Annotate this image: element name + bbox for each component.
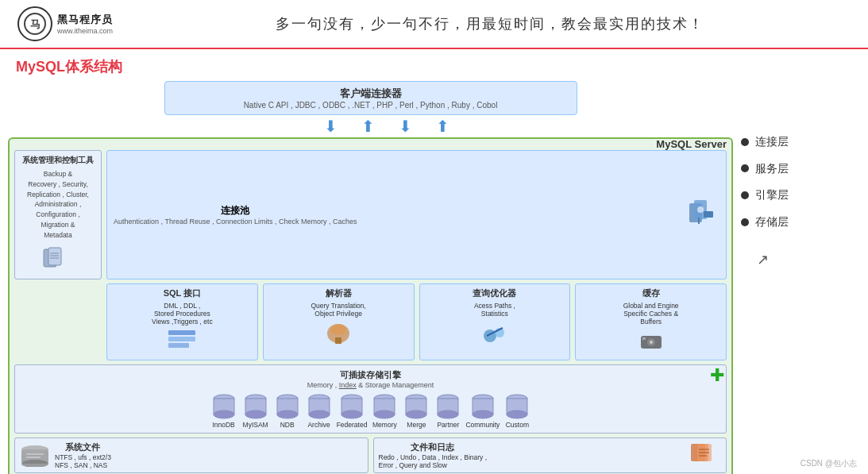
svg-point-51: [473, 410, 493, 418]
arrow-up-1: ⬆: [361, 118, 375, 134]
engine-partner: Partner: [434, 392, 462, 429]
optimizer-sub: Acess Paths , Statistics: [424, 302, 566, 318]
engine-label-partner: Partner: [437, 421, 459, 429]
engine-merge: Merge: [402, 392, 430, 429]
svg-point-33: [277, 410, 298, 418]
engine-innodb: InnoDB: [210, 392, 238, 429]
bullet-label-1: 服务层: [755, 156, 789, 183]
cache-title: 缓存: [580, 287, 722, 299]
filelog-box: 文件和日志 Redo , Undo , Data , Index , Binar…: [373, 437, 727, 473]
cache-icon: [580, 329, 722, 356]
sql-icon: [111, 329, 253, 356]
sys-tools-content: Backup &Recovery , Security,Replication …: [19, 169, 97, 240]
svg-point-30: [245, 410, 266, 418]
svg-rect-10: [704, 211, 713, 218]
parser-title: 解析器: [268, 287, 410, 299]
sys-tools-icon: [19, 246, 97, 275]
conn-pool-box: 连接池 Authentication , Thread Reuse , Conn…: [106, 150, 727, 279]
header: 马 黑马程序员 www.itheima.com 多一句没有，少一句不行，用最短时…: [0, 0, 868, 49]
parser-box: 解析器 Query Translation, Object Privilege: [263, 283, 415, 360]
storage-index: Index: [339, 381, 357, 389]
parser-icon: [268, 322, 410, 350]
bullet-label-2: 引擎层: [755, 182, 789, 209]
bullet-dot-1: [741, 164, 749, 172]
engine-label-ndb: NDB: [280, 421, 295, 429]
svg-point-23: [650, 341, 653, 344]
bullets-panel: 连接层 服务层 引擎层 存储层 ↗: [741, 81, 860, 474]
engine-archive: Archive: [305, 392, 334, 429]
filelog-icon: [689, 442, 721, 469]
svg-rect-13: [168, 337, 195, 341]
svg-text:马: 马: [29, 18, 40, 30]
conn-pool-sub: Authentication , Thread Reuse , Connecti…: [114, 218, 357, 225]
engine-ndb: NDB: [273, 392, 302, 429]
svg-point-54: [507, 410, 527, 418]
svg-point-48: [438, 410, 458, 418]
arrows-row: ⬇ ⬆ ⬇ ⬆: [8, 118, 733, 134]
engine-myisam: MyISAM: [241, 392, 270, 429]
plus-icon: ✚: [710, 365, 724, 386]
header-slogan: 多一句没有，少一句不行，用最短时间，教会最实用的技术！: [121, 14, 858, 33]
logo-icon: 马: [17, 6, 52, 41]
svg-rect-17: [335, 337, 341, 344]
engine-custom: Custom: [503, 392, 531, 429]
svg-point-56: [21, 445, 48, 453]
bullet-item-3: 存储层: [741, 209, 860, 236]
engine-label-innodb: InnoDB: [212, 421, 234, 429]
engine-memory: Memory: [370, 392, 399, 429]
conn-pool-title: 连接池: [114, 204, 357, 218]
client-sub: Native C API , JDBC , ODBC , .NET , PHP …: [173, 101, 569, 110]
parser-sub: Query Translation, Object Privilege: [268, 302, 410, 318]
bullet-dot-3: [741, 218, 749, 226]
sysfiles-row: 系统文件 NTFS , ufs , ext2/3 NFS , SAN , NAS…: [14, 437, 727, 473]
storage-engines-box: 可插拔存储引擎 Memory , Index & Storage Managem…: [14, 364, 727, 434]
main-content: 客户端连接器 Native C API , JDBC , ODBC , .NET…: [0, 81, 868, 474]
engine-label-myisam: MyISAM: [243, 421, 268, 429]
svg-point-16: [330, 324, 346, 335]
bullet-item-1: 服务层: [741, 156, 860, 183]
filelog-title: 文件和日志: [379, 441, 488, 453]
diagram-area: 客户端连接器 Native C API , JDBC , ODBC , .NET…: [8, 81, 733, 474]
sql-sub: DML , DDL , Stored Procedures Views ,Tri…: [111, 302, 253, 326]
svg-point-45: [406, 410, 426, 418]
engine-label-archive: Archive: [307, 421, 330, 429]
bullet-label-3: 存储层: [755, 209, 789, 236]
sysfiles-box: 系统文件 NTFS , ufs , ext2/3 NFS , SAN , NAS: [14, 437, 368, 473]
sql-title: SQL 接口: [111, 287, 253, 299]
engine-label-federated: Federated: [337, 421, 368, 429]
optimizer-icon: [424, 322, 566, 349]
svg-point-27: [214, 410, 234, 418]
logo-name: 黑马程序员: [57, 13, 113, 27]
bullet-dot-0: [741, 138, 749, 146]
svg-point-42: [374, 410, 395, 418]
sys-tools-box: 系统管理和控制工具 Backup &Recovery , Security,Re…: [14, 150, 102, 279]
bullet-dot-2: [741, 191, 749, 199]
bullet-item-0: 连接层: [741, 129, 860, 156]
sql-box: SQL 接口 DML , DDL , Stored Procedures Vie…: [106, 283, 258, 360]
arrow-down-2: ⬇: [399, 118, 412, 134]
sysfiles-title: 系统文件: [55, 441, 111, 453]
engine-label-community: Community: [465, 421, 500, 429]
cache-sub: Global and Engine Specific Caches & Buff…: [580, 302, 722, 326]
svg-rect-24: [642, 337, 646, 340]
client-box: 客户端连接器 Native C API , JDBC , ODBC , .NET…: [164, 81, 577, 115]
mysql-server-box: MySQL Server 系统管理和控制工具 Backup &Recovery …: [8, 137, 733, 474]
logo-url: www.itheima.com: [57, 27, 113, 35]
engine-label-memory: Memory: [372, 421, 397, 429]
cache-box: 缓存 Global and Engine Specific Caches & B…: [575, 283, 727, 360]
arrow-up-2: ⬆: [436, 118, 449, 134]
svg-rect-12: [168, 330, 195, 335]
arrow-down-1: ⬇: [324, 118, 338, 134]
optimizer-box: 查询优化器 Acess Paths , Statistics: [419, 283, 571, 360]
svg-point-39: [341, 410, 362, 418]
svg-point-9: [697, 206, 704, 213]
optimizer-title: 查询优化器: [424, 287, 566, 299]
svg-point-36: [309, 410, 330, 418]
sys-tools-title: 系统管理和控制工具: [19, 155, 97, 166]
conn-pool-row: 系统管理和控制工具 Backup &Recovery , Security,Re…: [14, 150, 727, 279]
bullet-label-0: 连接层: [755, 129, 789, 156]
storage-sub: Memory , Index & Storage Management: [19, 381, 722, 389]
engine-federated: Federated: [337, 392, 368, 429]
page-title: MySQL体系结构: [0, 49, 868, 81]
cursor-arrow: ↗: [741, 235, 860, 277]
